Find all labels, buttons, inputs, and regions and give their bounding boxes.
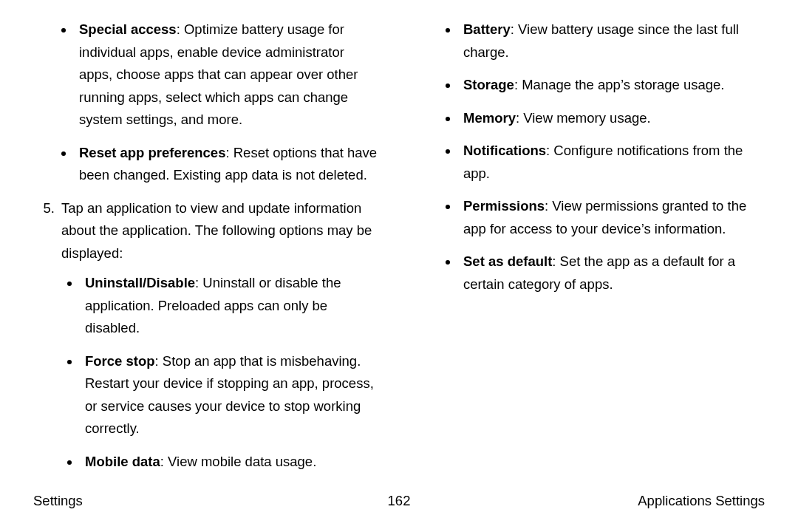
- page-footer: Settings 162 Applications Settings: [33, 490, 765, 513]
- footer-left: Settings: [33, 490, 83, 513]
- bullet-label: Mobile data: [85, 454, 160, 469]
- bullet-item: Special access: Optimize battery usage f…: [75, 18, 381, 132]
- bullet-label: Uninstall/Disable: [85, 275, 195, 290]
- step-sub-bullets: Uninstall/Disable: Uninstall or disable …: [61, 272, 381, 473]
- bullet-text: : Manage the app’s storage usage.: [514, 77, 725, 92]
- bullet-label: Memory: [463, 110, 516, 126]
- bullet-label: Permissions: [463, 198, 545, 214]
- bullet-item: Storage: Manage the app’s storage usage.: [459, 74, 765, 97]
- right-column: Battery: View battery usage since the la…: [417, 18, 765, 484]
- bullet-label: Set as default: [463, 253, 552, 269]
- step-item: Tap an application to view and update in…: [58, 197, 381, 474]
- bullet-item: Battery: View battery usage since the la…: [459, 18, 765, 64]
- document-page: Special access: Optimize battery usage f…: [0, 0, 798, 532]
- bullet-item: Memory: View memory usage.: [459, 107, 765, 130]
- bullet-item: Force stop: Stop an app that is misbehav…: [81, 350, 381, 440]
- footer-right: Applications Settings: [638, 490, 765, 513]
- right-bullets: Battery: View battery usage since the la…: [417, 18, 765, 296]
- bullet-text: : View mobile data usage.: [160, 454, 317, 469]
- bullet-item: Permissions: View permissions granted to…: [459, 195, 765, 240]
- top-level-bullets: Special access: Optimize battery usage f…: [33, 18, 381, 187]
- bullet-label: Special access: [79, 21, 177, 37]
- bullet-text: : View memory usage.: [516, 110, 651, 126]
- bullet-item: Set as default: Set the app as a default…: [459, 250, 765, 296]
- bullet-item: Mobile data: View mobile data usage.: [81, 451, 381, 474]
- bullet-item: Uninstall/Disable: Uninstall or disable …: [81, 272, 381, 340]
- bullet-label: Force stop: [85, 353, 155, 369]
- footer-page-number: 162: [388, 490, 411, 513]
- left-column: Special access: Optimize battery usage f…: [33, 18, 381, 484]
- bullet-text: : Optimize battery usage for individual …: [79, 21, 358, 127]
- bullet-label: Notifications: [463, 143, 546, 158]
- bullet-label: Battery: [463, 21, 511, 37]
- bullet-item: Reset app preferences: Reset options tha…: [75, 142, 381, 187]
- bullet-label: Reset app preferences: [79, 145, 225, 160]
- content-columns: Special access: Optimize battery usage f…: [33, 18, 765, 484]
- bullet-label: Storage: [463, 77, 514, 92]
- bullet-item: Notifications: Configure notifications f…: [459, 140, 765, 185]
- numbered-steps: Tap an application to view and update in…: [33, 197, 381, 474]
- step-text: Tap an application to view and update in…: [61, 200, 372, 261]
